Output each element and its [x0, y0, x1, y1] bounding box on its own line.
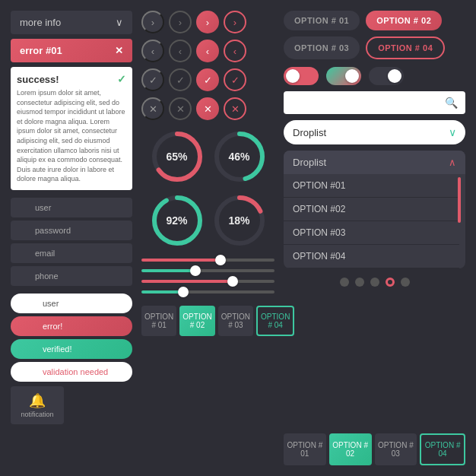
- toggle-knob-3: [388, 69, 401, 83]
- right-tab-3[interactable]: OPTION # 03: [375, 433, 417, 465]
- flat-verified-input[interactable]: verified!: [11, 339, 132, 359]
- search-bar: 🔍: [284, 91, 465, 114]
- error-label: error #01: [20, 45, 62, 56]
- slider-row-4: [141, 290, 274, 294]
- phone-input-wrapper: 📞 phone: [11, 266, 132, 286]
- mid-column: › › › › ‹ ‹ ‹ ‹ ✓ ✓ ✓ ✓ ✕ ✕ ✕ ✕: [141, 11, 274, 465]
- flat-error-wrapper: 🔒 error!: [11, 316, 132, 336]
- progress-circle-92: 92%: [150, 193, 205, 248]
- flat-verified-wrapper: ✉ verified!: [11, 339, 132, 359]
- radio-dot-3[interactable]: [370, 278, 379, 287]
- progress-18-label: 18%: [228, 214, 249, 227]
- email-input[interactable]: email: [11, 243, 132, 263]
- toggle-knob-1: [286, 69, 300, 83]
- progress-92-label: 92%: [166, 214, 187, 227]
- chevron-right-pink[interactable]: ›: [196, 11, 219, 33]
- right-tab-4[interactable]: OPTION # 04: [420, 433, 465, 465]
- slider-3[interactable]: [141, 280, 274, 283]
- mid-tab-3[interactable]: OPTION # 03: [218, 306, 253, 336]
- chevron-right-row: › › › ›: [141, 11, 274, 33]
- check-dark[interactable]: ✓: [141, 68, 164, 91]
- input-group-flat: 👤 user 🔒 error! ✉ verified! 📞: [11, 294, 132, 382]
- radio-row: [284, 278, 465, 287]
- check-outline-gray[interactable]: ✓: [169, 68, 192, 91]
- x-pink[interactable]: ✕: [196, 97, 219, 120]
- droplist-option-2[interactable]: OPTION #02: [284, 198, 459, 221]
- x-outline-pink[interactable]: ✕: [224, 97, 246, 120]
- droplist-open-label: Droplist: [293, 157, 326, 168]
- check-pink[interactable]: ✓: [196, 68, 219, 91]
- droplist-option-1[interactable]: OPTION #01: [284, 174, 459, 198]
- right-tab-2[interactable]: OPTION # 02: [329, 433, 372, 465]
- option-3-btn[interactable]: OPTION # 03: [284, 36, 360, 59]
- droplist-option-4[interactable]: OPTION #04: [284, 245, 459, 268]
- slider-2[interactable]: [141, 269, 274, 272]
- slider-1[interactable]: [141, 259, 274, 262]
- mid-bottom-tabs: OPTION # 01 OPTION # 02 OPTION # 03 OPTI…: [141, 306, 274, 336]
- radio-dot-1[interactable]: [340, 278, 349, 287]
- chevron-left-outline-gray[interactable]: ‹: [169, 40, 192, 62]
- radio-dot-5[interactable]: [401, 278, 410, 287]
- right-bottom-tabs: OPTION # 01 OPTION # 02 OPTION # 03 OPTI…: [284, 433, 465, 465]
- option-4-btn[interactable]: OPTION # 04: [366, 36, 445, 59]
- chevron-right-dark[interactable]: ›: [141, 11, 164, 33]
- chevron-right-outline-gray[interactable]: ›: [169, 11, 192, 33]
- scrollbar[interactable]: [459, 174, 465, 268]
- bell-icon: 🔔: [29, 392, 46, 409]
- search-input[interactable]: [291, 97, 440, 108]
- right-column: OPTION # 01 OPTION # 02 OPTION # 03 OPTI…: [284, 11, 465, 465]
- chevron-left-dark[interactable]: ‹: [141, 40, 164, 62]
- notification-button[interactable]: 🔔 notification: [11, 386, 64, 424]
- radio-dot-4-active[interactable]: [386, 278, 395, 287]
- left-column: more info ∨ error #01 ✕ success! ✓ Lorem…: [11, 11, 132, 465]
- flat-user-input[interactable]: user: [11, 294, 132, 313]
- flat-validation-wrapper: 📞 validation needed: [11, 362, 132, 382]
- success-card: success! ✓ Lorem ipsum dolor sit amet, c…: [11, 67, 132, 190]
- main-container: more info ∨ error #01 ✕ success! ✓ Lorem…: [0, 0, 476, 476]
- flat-user-wrapper: 👤 user: [11, 294, 132, 313]
- toggle-off[interactable]: [284, 67, 319, 85]
- scrollbar-thumb: [458, 177, 461, 223]
- option-row-1: OPTION # 01 OPTION # 02: [284, 11, 465, 30]
- droplist-header[interactable]: Droplist ∧: [284, 151, 465, 174]
- option-2-btn[interactable]: OPTION # 02: [366, 11, 442, 30]
- password-input[interactable]: password: [11, 221, 132, 240]
- x-dark[interactable]: ✕: [141, 97, 164, 120]
- droplist-closed[interactable]: Droplist ∨: [284, 120, 465, 144]
- slider-row-1: [141, 259, 274, 262]
- option-1-btn[interactable]: OPTION # 01: [284, 11, 360, 30]
- slider-row-3: [141, 280, 274, 283]
- close-icon: ✕: [115, 45, 123, 56]
- chevron-right-outline-pink[interactable]: ›: [224, 11, 246, 33]
- error-button[interactable]: error #01 ✕: [11, 39, 132, 62]
- mid-tab-2[interactable]: OPTION # 02: [179, 306, 214, 336]
- flat-validation-input[interactable]: validation needed: [11, 362, 132, 382]
- option-row-2: OPTION # 03 OPTION # 04: [284, 36, 465, 59]
- chevron-down-icon: ∨: [449, 126, 456, 138]
- slider-row-2: [141, 269, 274, 272]
- dropdown-label: more info: [20, 17, 61, 28]
- droplist-option-3[interactable]: OPTION #03: [284, 221, 459, 245]
- slider-4[interactable]: [141, 290, 274, 294]
- chevron-up-icon: ∧: [449, 157, 456, 168]
- input-group-dark: 👤 user 🔒 password ✉ email 📞: [11, 198, 132, 286]
- more-info-dropdown[interactable]: more info ∨: [11, 11, 132, 34]
- toggle-on[interactable]: [326, 67, 361, 85]
- droplist-closed-label: Droplist: [293, 127, 326, 138]
- chevron-left-outline-pink[interactable]: ‹: [224, 40, 246, 62]
- toggle-knob-2: [345, 69, 359, 83]
- sliders-section: [141, 259, 274, 294]
- check-outline-pink[interactable]: ✓: [224, 68, 246, 91]
- user-input[interactable]: user: [11, 198, 132, 217]
- chevron-down-icon: ∨: [116, 17, 123, 28]
- phone-input[interactable]: phone: [11, 266, 132, 286]
- radio-dot-2[interactable]: [355, 278, 364, 287]
- flat-error-input[interactable]: error!: [11, 316, 132, 336]
- chevron-left-pink[interactable]: ‹: [196, 40, 219, 62]
- toggle-dark[interactable]: [369, 67, 404, 85]
- x-outline-gray[interactable]: ✕: [169, 97, 192, 120]
- mid-tab-1[interactable]: OPTION # 01: [141, 306, 176, 336]
- x-row: ✕ ✕ ✕ ✕: [141, 97, 274, 120]
- droplist-open: Droplist ∧ OPTION #01 OPTION #02 OPTION …: [284, 151, 465, 268]
- right-tab-1[interactable]: OPTION # 01: [284, 433, 326, 465]
